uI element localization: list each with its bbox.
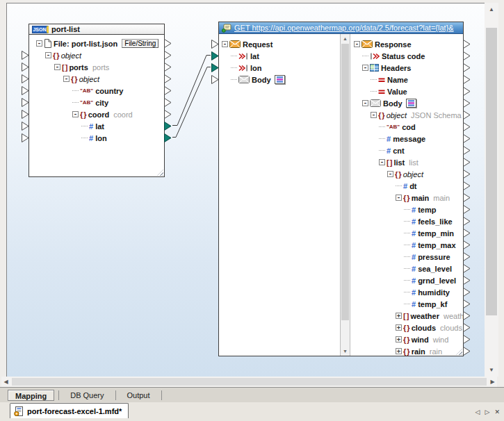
- tree-node-object[interactable]: -{ }object: [29, 49, 164, 61]
- expand-icon[interactable]: +: [396, 336, 402, 342]
- tree-node-temp-kf[interactable]: #temp_kf: [350, 298, 463, 310]
- document-tab-active[interactable]: port-forecast-excel-1.mfd*: [10, 403, 129, 418]
- tree-node-dt[interactable]: #dt: [350, 180, 463, 192]
- connector-in-ports[interactable]: [22, 63, 29, 72]
- tree-node-headers[interactable]: -Headers: [350, 62, 463, 74]
- connector-in-lon[interactable]: [22, 133, 29, 142]
- tree-node-country[interactable]: "AB"country: [29, 85, 164, 97]
- connector-out-object[interactable]: [164, 51, 172, 60]
- connector-out-lon[interactable]: [164, 133, 172, 142]
- collapse-icon[interactable]: -: [72, 111, 79, 117]
- tree-node-body[interactable]: -Body: [350, 97, 463, 109]
- connector-out-Response[interactable]: [463, 40, 471, 49]
- tree-node-body[interactable]: Body: [219, 74, 340, 85]
- tree-node-object[interactable]: -{ }objectJSON Schema (: [350, 109, 463, 121]
- connector-in-Request[interactable]: [211, 40, 219, 49]
- tree-node-temp-min[interactable]: #temp_min: [350, 227, 463, 239]
- tree-node-ports[interactable]: -[ ]portsports: [29, 61, 164, 73]
- tab-db-query[interactable]: DB Query: [63, 390, 111, 401]
- scroll-right-icon[interactable]: ▶: [488, 377, 497, 387]
- tree-node-lon[interactable]: lon: [219, 62, 340, 74]
- collapse-icon[interactable]: -: [362, 65, 368, 71]
- tree-node-response[interactable]: -Response: [350, 38, 463, 50]
- component-webservice-call[interactable]: GET https://api.openweathermap.org/data/…: [218, 22, 464, 356]
- connector-out-cod[interactable]: [463, 122, 471, 131]
- component-port-list[interactable]: JSON port-list -File: port-list.jsonFile…: [29, 24, 165, 177]
- collapse-icon[interactable]: -: [222, 41, 228, 47]
- scroll-down-icon[interactable]: ▼: [485, 365, 498, 375]
- expand-icon[interactable]: +: [396, 324, 402, 331]
- tree-node-rain[interactable]: +{ }rainrain: [350, 345, 463, 356]
- canvas-horizontal-scrollbar[interactable]: ◀ ▶: [1, 377, 497, 387]
- connector-in-city[interactable]: [22, 98, 29, 107]
- tree-node-list[interactable]: -[ ]listlist: [350, 156, 463, 168]
- tree-node-cod[interactable]: "AB"cod: [350, 121, 463, 133]
- tree-node-message[interactable]: #message: [350, 133, 463, 145]
- response-pane-scrollbar[interactable]: ▲ ▼: [340, 34, 350, 356]
- tree-node-status-code[interactable]: Status code: [350, 50, 463, 62]
- file-string-button[interactable]: File/String: [122, 39, 158, 48]
- port-list-header[interactable]: JSON port-list: [29, 24, 164, 35]
- tree-node-weather[interactable]: +[ ]weatherweather: [350, 310, 463, 322]
- connector-in-lon[interactable]: [211, 63, 219, 72]
- tab-output[interactable]: Output: [120, 390, 157, 401]
- connector-in-object[interactable]: [22, 51, 29, 60]
- scrollbar-thumb[interactable]: [12, 378, 487, 386]
- connector-out-country[interactable]: [164, 86, 172, 95]
- connector-out-lat[interactable]: [164, 122, 172, 131]
- collapse-icon[interactable]: -: [63, 76, 70, 82]
- tree-node-temp-max[interactable]: #temp_max: [350, 239, 463, 251]
- connector-out-temp_max[interactable]: [463, 240, 471, 249]
- connector-out-humidity[interactable]: [463, 288, 471, 297]
- tree-node-request[interactable]: -Request: [219, 38, 340, 50]
- tree-node-pressure[interactable]: #pressure: [350, 251, 463, 263]
- connector-in-coord[interactable]: [22, 110, 29, 119]
- connector-out-grnd_level[interactable]: [463, 276, 471, 285]
- tree-node-value[interactable]: Value: [350, 85, 463, 97]
- collapse-icon[interactable]: -: [362, 100, 368, 106]
- edit-body-button[interactable]: [406, 99, 416, 108]
- canvas-vertical-scrollbar[interactable]: ▲ ▼: [485, 3, 498, 377]
- connector-out-list[interactable]: [463, 158, 471, 167]
- collapse-icon[interactable]: -: [396, 195, 402, 201]
- tree-node-clouds[interactable]: +{ }cloudsclouds: [350, 322, 463, 333]
- scroll-up-icon[interactable]: ▲: [341, 34, 350, 43]
- wire-lon[interactable]: [172, 67, 211, 138]
- close-tab-icon[interactable]: ✕: [494, 408, 500, 415]
- connector-out-Headers[interactable]: [463, 63, 471, 72]
- mapping-canvas[interactable]: JSON port-list -File: port-list.jsonFile…: [6, 3, 485, 377]
- connector-out-object[interactable]: [463, 110, 471, 119]
- connector-out-File: port-list.json[interactable]: [164, 39, 172, 48]
- tree-node-coord[interactable]: -{ }coordcoord: [29, 108, 164, 120]
- connector-out-ports[interactable]: [164, 63, 172, 72]
- tree-node-cnt[interactable]: #cnt: [350, 145, 463, 156]
- connector-out-coord[interactable]: [164, 110, 172, 119]
- next-tab-icon[interactable]: ▷: [485, 408, 490, 415]
- connector-out-rain[interactable]: [463, 347, 471, 356]
- collapse-icon[interactable]: -: [54, 64, 60, 70]
- connector-in-country[interactable]: [22, 86, 29, 95]
- connector-out-main[interactable]: [463, 193, 471, 202]
- connector-in-lat[interactable]: [211, 51, 219, 60]
- collapse-icon[interactable]: -: [45, 52, 51, 58]
- connector-out-Value[interactable]: [463, 87, 471, 96]
- tab-mapping[interactable]: Mapping: [8, 390, 54, 401]
- scrollbar-thumb[interactable]: [486, 28, 497, 315]
- connector-out-temp_kf[interactable]: [463, 299, 471, 308]
- edit-body-button[interactable]: [275, 75, 285, 84]
- connector-out-Body[interactable]: [463, 99, 471, 108]
- connector-out-temp[interactable]: [463, 205, 471, 214]
- tree-node-object[interactable]: -{ }object: [350, 168, 463, 180]
- connector-out-object[interactable]: [164, 74, 172, 83]
- tree-node-feels-like[interactable]: #feels_like: [350, 215, 463, 227]
- collapse-icon[interactable]: -: [379, 159, 385, 165]
- tree-node-object[interactable]: -{ }object: [29, 73, 164, 85]
- connector-out-dt[interactable]: [463, 181, 471, 190]
- collapse-icon[interactable]: -: [354, 41, 360, 47]
- collapse-icon[interactable]: -: [36, 40, 42, 47]
- connector-out-temp_min[interactable]: [463, 229, 471, 238]
- connector-out-pressure[interactable]: [463, 252, 471, 261]
- expand-icon[interactable]: +: [396, 313, 402, 319]
- connector-out-weather[interactable]: [463, 311, 471, 320]
- webservice-url-link[interactable]: GET https://api.openweathermap.org/data/…: [234, 24, 454, 32]
